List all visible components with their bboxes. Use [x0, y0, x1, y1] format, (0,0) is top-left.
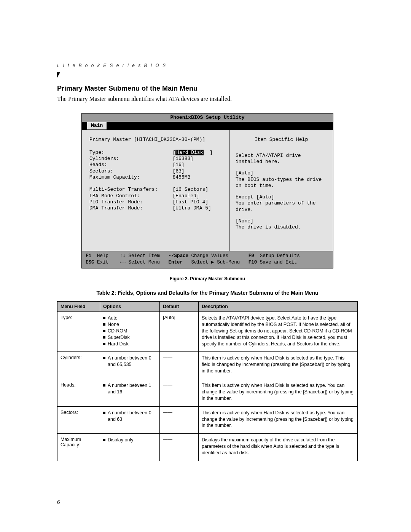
cell-menu-field: Heads:	[57, 379, 100, 407]
bullet-icon	[103, 384, 105, 387]
table-row: Type:AutoNoneCD-ROMSuperDiskHard Disk[Au…	[57, 312, 358, 352]
cell-options: AutoNoneCD-ROMSuperDiskHard Disk	[100, 312, 160, 352]
page-number: 6	[57, 499, 60, 505]
cell-default: ——	[160, 406, 199, 434]
table-row: Cylinders:A number between 0 and 65,535—…	[57, 352, 358, 379]
option-text: A number between 1 and 16	[108, 382, 156, 395]
cell-description: This item is active only when Hard Disk …	[199, 379, 358, 407]
section-heading: Primary Master Submenu of the Main Menu	[57, 85, 358, 93]
cell-menu-field: Sectors:	[57, 406, 100, 434]
cell-options: A number between 1 and 16	[100, 379, 160, 407]
option-text: SuperDisk	[108, 334, 130, 341]
bullet-icon	[103, 336, 105, 339]
bios-field-row: Sectors: [63]	[89, 168, 223, 174]
bullet-icon	[103, 343, 105, 345]
cell-menu-field: Cylinders:	[57, 352, 100, 379]
bios-help-block: Select ATA/ATAPI drive installed here.	[236, 153, 327, 165]
bios-footer: F1 Help ↑↓ Select Item -/Space Change Va…	[82, 251, 333, 268]
cell-default: ——	[160, 434, 199, 461]
option-text: Hard Disk	[108, 341, 129, 347]
bios-left-pane: Primary Master [HITACHI_DK23CA-30-(PM)] …	[82, 130, 229, 251]
bios-field-row	[89, 181, 223, 187]
cell-description: Selects the ATA/ATAPI device type. Selec…	[199, 312, 358, 352]
fields-table: Menu Field Options Default Description T…	[57, 301, 358, 461]
figure-caption: Figure 2. Primary Master Submenu	[57, 276, 358, 281]
table-caption: Table 2: Fields, Options and Defaults fo…	[57, 290, 358, 296]
running-header: L i f e B o o k E S e r i e s B I O S	[57, 63, 358, 70]
bios-screenshot: PhoenixBIOS Setup Utility Main Primary M…	[81, 113, 333, 268]
option-text: CD-ROM	[108, 328, 127, 334]
bios-help-block: [None]The drive is disabled.	[236, 218, 327, 231]
bios-field-row: PIO Transfer Mode: [Fast PIO 4]	[89, 199, 223, 205]
bios-help-block: [Auto]The BIOS auto-types the drive on b…	[236, 170, 327, 189]
th-options: Options	[100, 302, 160, 312]
bullet-icon	[103, 323, 105, 326]
bios-field-row: Maximum Capacity: 8455MB	[89, 174, 223, 181]
bios-field-row: Heads: [16]	[89, 162, 223, 168]
bios-title: PhoenixBIOS Setup Utility	[82, 113, 333, 122]
cell-description: Displays the maximum capacity of the dri…	[199, 434, 358, 461]
bios-help-title: Item Specific Help	[236, 137, 327, 143]
bios-menu-bar: Main	[82, 122, 333, 129]
table-row: Maximum Capacity:Display only——Displays …	[57, 434, 358, 461]
bullet-icon	[103, 317, 105, 319]
option-text: A number between 0 and 63	[108, 410, 156, 423]
bios-help-pane: Item Specific Help Select ATA/ATAPI driv…	[229, 130, 333, 251]
option-text: None	[108, 321, 119, 328]
cell-options: Display only	[100, 434, 160, 461]
bios-field-row: Cylinders: [16383]	[89, 156, 223, 162]
table-row: Heads:A number between 1 and 16——This it…	[57, 379, 358, 407]
bios-field-row: Multi-Sector Transfers: [16 Sectors]	[89, 187, 223, 193]
th-default: Default	[160, 302, 199, 312]
bios-field-row: LBA Mode Control: [Enabled]	[89, 193, 223, 199]
cell-menu-field: Maximum Capacity:	[57, 434, 100, 461]
bios-field-row: Type: [Hard Disk ]	[89, 150, 223, 156]
bios-help-block: Except [Auto]You enter parameters of the…	[236, 194, 327, 213]
cell-description: This item is active only when Hard Disk …	[199, 352, 358, 379]
bullet-icon	[103, 439, 105, 441]
option-text: Auto	[108, 315, 118, 321]
section-intro: The Primary Master submenu identifies wh…	[57, 96, 358, 102]
cell-default: ——	[160, 352, 199, 379]
cell-options: A number between 0 and 65,535	[100, 352, 160, 379]
bios-field-row: DMA Transfer Mode: [Ultra DMA 5]	[89, 205, 223, 211]
option-text: Display only	[108, 437, 133, 443]
cell-menu-field: Type:	[57, 312, 100, 352]
cell-default: [Auto]	[160, 312, 199, 352]
bullet-icon	[103, 412, 105, 414]
table-row: Sectors:A number between 0 and 63——This …	[57, 406, 358, 434]
bullet-icon	[103, 357, 105, 359]
cell-description: This item is active only when Hard Disk …	[199, 406, 358, 434]
corner-marker-icon	[57, 72, 60, 78]
th-description: Description	[199, 302, 358, 312]
cell-default: ——	[160, 379, 199, 407]
bios-submenu-title: Primary Master [HITACHI_DK23CA-30-(PM)]	[89, 137, 223, 143]
cell-options: A number between 0 and 63	[100, 406, 160, 434]
bios-tab-main: Main	[87, 122, 107, 129]
th-menu-field: Menu Field	[57, 302, 100, 312]
bullet-icon	[103, 330, 105, 332]
option-text: A number between 0 and 65,535	[108, 355, 156, 368]
